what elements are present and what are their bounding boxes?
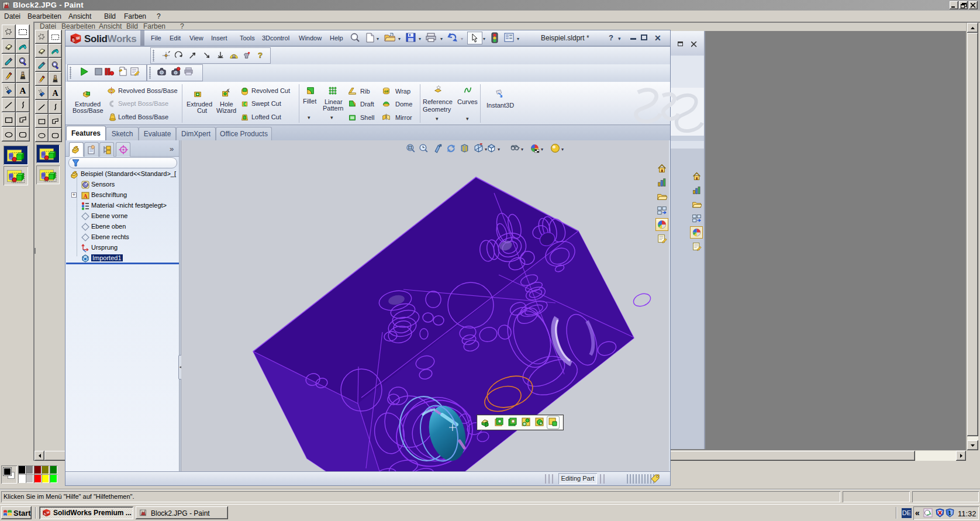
svg-text:?: ? (258, 51, 263, 60)
svg-text:A: A (83, 193, 88, 199)
